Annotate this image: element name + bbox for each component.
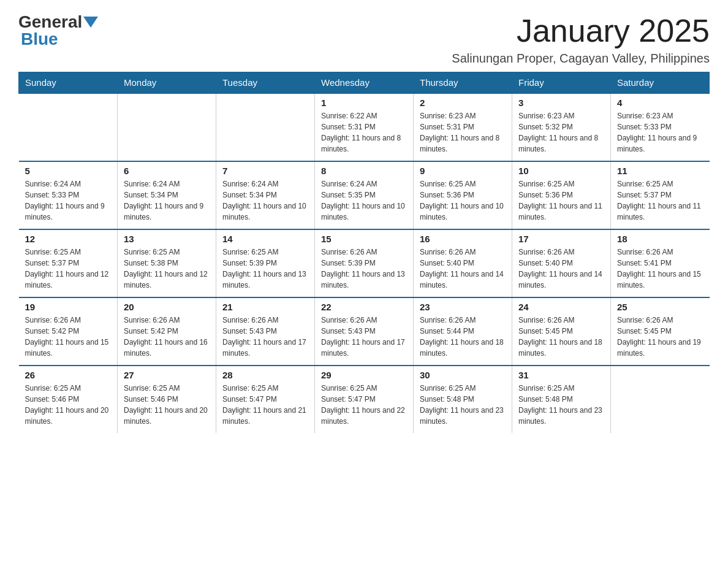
day-number: 13 [124,234,210,244]
day-number: 15 [321,234,407,244]
calendar-cell: 21Sunrise: 6:26 AMSunset: 5:43 PMDayligh… [216,297,315,366]
calendar-cell: 24Sunrise: 6:26 AMSunset: 5:45 PMDayligh… [512,297,611,366]
day-number: 28 [222,370,308,380]
day-info: Sunrise: 6:26 AMSunset: 5:44 PMDaylight:… [420,315,506,359]
calendar-cell [611,366,710,433]
day-number: 2 [420,98,506,108]
day-number: 24 [518,302,604,312]
calendar-cell: 9Sunrise: 6:25 AMSunset: 5:36 PMDaylight… [414,161,512,229]
calendar-cell [216,93,315,161]
calendar-cell [19,93,118,161]
calendar-cell: 6Sunrise: 6:24 AMSunset: 5:34 PMDaylight… [118,161,216,229]
calendar-week-row: 12Sunrise: 6:25 AMSunset: 5:37 PMDayligh… [19,229,710,297]
calendar-week-row: 26Sunrise: 6:25 AMSunset: 5:46 PMDayligh… [19,366,710,433]
day-info: Sunrise: 6:25 AMSunset: 5:48 PMDaylight:… [518,383,604,427]
day-info: Sunrise: 6:22 AMSunset: 5:31 PMDaylight:… [321,110,407,155]
day-info: Sunrise: 6:26 AMSunset: 5:42 PMDaylight:… [25,315,112,359]
calendar-cell: 27Sunrise: 6:25 AMSunset: 5:46 PMDayligh… [118,366,216,433]
calendar-cell: 22Sunrise: 6:26 AMSunset: 5:43 PMDayligh… [315,297,414,366]
calendar-cell: 17Sunrise: 6:26 AMSunset: 5:40 PMDayligh… [512,229,611,297]
calendar-week-row: 1Sunrise: 6:22 AMSunset: 5:31 PMDaylight… [19,93,710,161]
calendar-cell: 4Sunrise: 6:23 AMSunset: 5:33 PMDaylight… [611,93,710,161]
calendar-cell: 7Sunrise: 6:24 AMSunset: 5:34 PMDaylight… [216,161,315,229]
calendar-cell: 5Sunrise: 6:24 AMSunset: 5:33 PMDaylight… [19,161,118,229]
day-number: 23 [420,302,506,312]
day-info: Sunrise: 6:25 AMSunset: 5:38 PMDaylight:… [124,247,210,291]
day-number: 16 [420,234,506,244]
calendar-table: SundayMondayTuesdayWednesdayThursdayFrid… [18,72,710,433]
day-number: 8 [321,166,407,176]
weekday-header-tuesday: Tuesday [216,72,315,94]
day-info: Sunrise: 6:25 AMSunset: 5:46 PMDaylight:… [124,383,210,427]
day-number: 19 [25,302,112,312]
day-info: Sunrise: 6:26 AMSunset: 5:45 PMDaylight:… [617,315,703,359]
day-number: 4 [617,98,703,108]
day-info: Sunrise: 6:23 AMSunset: 5:31 PMDaylight:… [420,110,506,155]
day-number: 18 [617,234,703,244]
calendar-cell: 23Sunrise: 6:26 AMSunset: 5:44 PMDayligh… [414,297,512,366]
day-info: Sunrise: 6:26 AMSunset: 5:41 PMDaylight:… [617,247,703,291]
day-number: 3 [518,98,604,108]
day-info: Sunrise: 6:25 AMSunset: 5:36 PMDaylight:… [518,178,604,223]
calendar-cell: 29Sunrise: 6:25 AMSunset: 5:47 PMDayligh… [315,366,414,433]
calendar-cell: 12Sunrise: 6:25 AMSunset: 5:37 PMDayligh… [19,229,118,297]
day-info: Sunrise: 6:25 AMSunset: 5:46 PMDaylight:… [25,383,112,427]
weekday-header-sunday: Sunday [19,72,118,94]
calendar-week-row: 5Sunrise: 6:24 AMSunset: 5:33 PMDaylight… [19,161,710,229]
calendar-cell: 28Sunrise: 6:25 AMSunset: 5:47 PMDayligh… [216,366,315,433]
weekday-header-friday: Friday [512,72,611,94]
day-info: Sunrise: 6:24 AMSunset: 5:33 PMDaylight:… [25,178,112,223]
day-number: 27 [124,370,210,380]
title-block: January 2025 Salinungan Proper, Cagayan … [452,12,710,66]
calendar-body: 1Sunrise: 6:22 AMSunset: 5:31 PMDaylight… [19,93,710,433]
day-info: Sunrise: 6:26 AMSunset: 5:40 PMDaylight:… [518,247,604,291]
day-info: Sunrise: 6:25 AMSunset: 5:47 PMDaylight:… [321,383,407,427]
weekday-header-monday: Monday [118,72,216,94]
day-info: Sunrise: 6:24 AMSunset: 5:35 PMDaylight:… [321,178,407,223]
day-number: 14 [222,234,308,244]
day-info: Sunrise: 6:25 AMSunset: 5:36 PMDaylight:… [420,178,506,223]
logo: General Blue [18,12,99,49]
calendar-cell: 20Sunrise: 6:26 AMSunset: 5:42 PMDayligh… [118,297,216,366]
day-info: Sunrise: 6:24 AMSunset: 5:34 PMDaylight:… [222,178,308,223]
day-number: 25 [617,302,703,312]
day-info: Sunrise: 6:26 AMSunset: 5:39 PMDaylight:… [321,247,407,291]
day-number: 11 [617,166,703,176]
day-number: 21 [222,302,308,312]
calendar-cell: 13Sunrise: 6:25 AMSunset: 5:38 PMDayligh… [118,229,216,297]
calendar-header: SundayMondayTuesdayWednesdayThursdayFrid… [19,72,710,94]
day-number: 29 [321,370,407,380]
day-info: Sunrise: 6:25 AMSunset: 5:39 PMDaylight:… [222,247,308,291]
day-info: Sunrise: 6:26 AMSunset: 5:45 PMDaylight:… [518,315,604,359]
logo-triangle-icon [83,17,98,28]
day-info: Sunrise: 6:25 AMSunset: 5:37 PMDaylight:… [25,247,112,291]
day-number: 5 [25,166,112,176]
day-info: Sunrise: 6:23 AMSunset: 5:32 PMDaylight:… [518,110,604,155]
month-title: January 2025 [452,12,710,49]
day-number: 6 [124,166,210,176]
day-info: Sunrise: 6:23 AMSunset: 5:33 PMDaylight:… [617,110,703,155]
calendar-cell: 3Sunrise: 6:23 AMSunset: 5:32 PMDaylight… [512,93,611,161]
day-info: Sunrise: 6:25 AMSunset: 5:47 PMDaylight:… [222,383,308,427]
calendar-cell [118,93,216,161]
day-number: 1 [321,98,407,108]
page-header: General Blue January 2025 Salinungan Pro… [18,12,710,66]
day-info: Sunrise: 6:26 AMSunset: 5:43 PMDaylight:… [222,315,308,359]
day-number: 20 [124,302,210,312]
calendar-cell: 14Sunrise: 6:25 AMSunset: 5:39 PMDayligh… [216,229,315,297]
day-number: 12 [25,234,112,244]
calendar-cell: 31Sunrise: 6:25 AMSunset: 5:48 PMDayligh… [512,366,611,433]
weekday-header-wednesday: Wednesday [315,72,414,94]
calendar-cell: 19Sunrise: 6:26 AMSunset: 5:42 PMDayligh… [19,297,118,366]
weekday-header-thursday: Thursday [414,72,512,94]
weekday-header-row: SundayMondayTuesdayWednesdayThursdayFrid… [19,72,710,94]
day-number: 17 [518,234,604,244]
day-info: Sunrise: 6:26 AMSunset: 5:42 PMDaylight:… [124,315,210,359]
day-number: 10 [518,166,604,176]
calendar-cell: 15Sunrise: 6:26 AMSunset: 5:39 PMDayligh… [315,229,414,297]
day-info: Sunrise: 6:25 AMSunset: 5:48 PMDaylight:… [420,383,506,427]
calendar-cell: 1Sunrise: 6:22 AMSunset: 5:31 PMDaylight… [315,93,414,161]
calendar-cell: 18Sunrise: 6:26 AMSunset: 5:41 PMDayligh… [611,229,710,297]
calendar-cell: 16Sunrise: 6:26 AMSunset: 5:40 PMDayligh… [414,229,512,297]
location-text: Salinungan Proper, Cagayan Valley, Phili… [452,52,710,66]
